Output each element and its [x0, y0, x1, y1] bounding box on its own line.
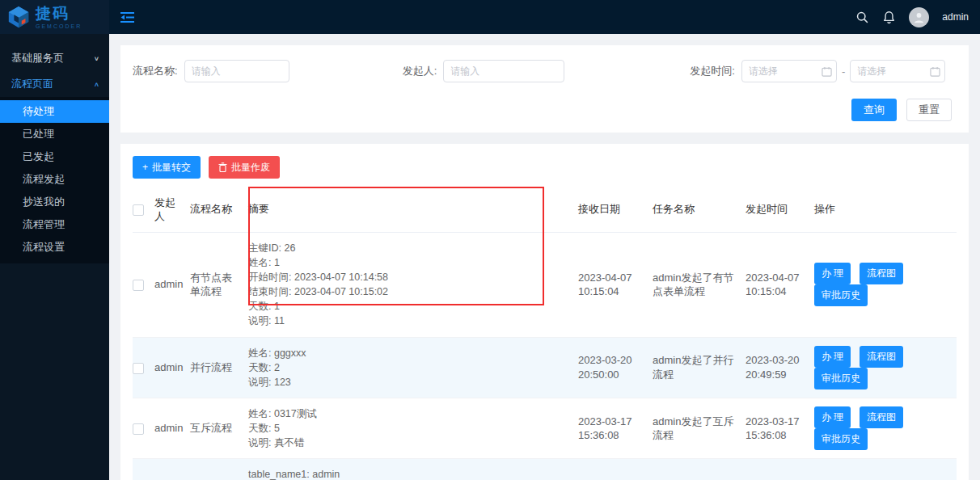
search-icon[interactable]: [855, 11, 869, 24]
row-checkbox[interactable]: [133, 280, 144, 291]
start-time-label: 发起时间:: [690, 64, 735, 78]
sidebar-item-label: 流程设置: [23, 240, 65, 255]
header-task-name: 任务名称: [653, 188, 746, 232]
cell-task-name: admin发起了并行流程: [653, 337, 746, 398]
sidebar-item-label: 已发起: [23, 149, 54, 164]
process-table-panel: + 批量转交 批量作废 发起人: [120, 144, 969, 480]
flow-chart-button[interactable]: 流程图: [860, 346, 903, 368]
select-all-checkbox[interactable]: [133, 204, 144, 216]
brand-subname: GEMCODER: [36, 23, 82, 29]
cell-start-time: 2023-03-17 15:36:08: [746, 398, 814, 458]
date-range-separator: -: [842, 65, 845, 78]
cell-process-name: 有节点表单流程: [190, 232, 248, 337]
cell-summary: 主键ID: 26 姓名: 1 开始时间: 2023-04-07 10:14:58…: [248, 232, 578, 337]
process-name-label: 流程名称:: [133, 64, 178, 78]
cell-initiator: admin: [154, 398, 190, 458]
batch-transfer-button[interactable]: + 批量转交: [133, 156, 201, 179]
search-button[interactable]: 查询: [851, 99, 897, 121]
cell-summary: 姓名: gggxxx 天数: 2 说明: 123: [248, 337, 578, 398]
sidebar-item-process-management[interactable]: 流程管理: [0, 213, 109, 236]
sidebar-item-label: 流程发起: [23, 172, 65, 187]
cell-receive-date: 2023-04-07 10:15:04: [578, 232, 653, 337]
cell-task-name: admin发起了互斥流程: [653, 398, 746, 458]
sidebar-item-cc-to-me[interactable]: 抄送我的: [0, 191, 109, 213]
cell-summary: table_name1: admin table_name2: 系统 table…: [248, 459, 578, 480]
initiator-input[interactable]: [443, 60, 564, 82]
cell-initiator: admin: [154, 232, 190, 337]
cell-receive-date: 2023-03-16 10:11:57: [578, 459, 653, 480]
brand-name: 捷码: [36, 6, 82, 21]
batch-transfer-label: 批量转交: [152, 161, 191, 175]
sidebar-item-processed[interactable]: 已处理: [0, 123, 109, 145]
header-process-name: 流程名称: [190, 188, 248, 232]
sidebar-group-process-pages[interactable]: 流程页面 ∧: [0, 71, 109, 97]
table-row: admin 并行流程 姓名: gggxxx 天数: 2 说明: 123 2023…: [133, 337, 957, 398]
row-checkbox[interactable]: [133, 423, 144, 435]
flow-chart-button[interactable]: 流程图: [860, 406, 903, 428]
sidebar-submenu: 待处理 已处理 已发起 流程发起 抄送我的 流程管理 流程设置: [0, 97, 109, 263]
sidebar-item-label: 流程管理: [23, 217, 65, 232]
brand-cube-icon: [6, 5, 31, 29]
batch-discard-button[interactable]: 批量作废: [209, 156, 280, 179]
notification-bell-icon[interactable]: [882, 11, 896, 24]
user-avatar[interactable]: [909, 7, 929, 27]
brand-logo: 捷码 GEMCODER: [0, 0, 109, 34]
main-content: 流程名称: 发起人: 发起时间: -: [109, 34, 980, 480]
collapse-menu-icon: [120, 11, 134, 23]
start-date-input[interactable]: [741, 60, 837, 82]
username-label: admin: [942, 11, 969, 23]
table-row: admin 有节点表单流程 主键ID: 26 姓名: 1 开始时间: 2023-…: [133, 232, 957, 337]
cell-task-name: admin发起了有节点表单流程: [653, 232, 746, 337]
header-summary: 摘要: [248, 188, 578, 232]
cell-initiator: admin: [154, 459, 190, 480]
header-initiator: 发起人: [154, 188, 190, 232]
approval-history-button[interactable]: 审批历史: [814, 284, 868, 306]
row-checkbox[interactable]: [133, 363, 144, 374]
handle-button[interactable]: 办 理: [814, 263, 851, 284]
cell-process-name: 互斥流程: [190, 398, 248, 458]
table-row: admin pgsql流程 table_name1: admin table_n…: [133, 459, 957, 480]
table-row: admin 互斥流程 姓名: 0317测试 天数: 5 说明: 真不错 2023…: [133, 398, 957, 458]
cell-receive-date: 2023-03-17 15:36:08: [578, 398, 653, 458]
process-table: 发起人 流程名称 摘要 接收日期 任务名称 发起时间 操作 admin 有节点表…: [133, 188, 957, 480]
header-start-time: 发起时间: [746, 188, 814, 232]
cell-start-time: 2023-04-07 10:15:04: [746, 232, 814, 337]
sidebar-group-label: 基础服务页: [11, 51, 64, 65]
cell-process-name: 并行流程: [190, 337, 248, 398]
header-receive-date: 接收日期: [578, 188, 653, 232]
sidebar-item-label: 抄送我的: [23, 195, 65, 209]
filter-panel: 流程名称: 发起人: 发起时间: -: [120, 45, 969, 133]
sidebar-item-process-settings[interactable]: 流程设置: [0, 236, 109, 259]
sidebar-group-base-services[interactable]: 基础服务页 ∨: [0, 45, 109, 71]
sidebar-item-pending[interactable]: 待处理: [0, 100, 109, 123]
cell-receive-date: 2023-03-20 20:50:00: [578, 337, 653, 398]
initiator-label: 发起人:: [403, 64, 437, 78]
reset-button[interactable]: 重置: [906, 99, 952, 121]
cell-summary: 姓名: 0317测试 天数: 5 说明: 真不错: [248, 398, 578, 458]
process-name-input[interactable]: [184, 60, 289, 82]
chevron-up-icon: ∧: [94, 81, 99, 88]
sidebar-collapse-button[interactable]: [120, 11, 134, 23]
sidebar-item-start-process[interactable]: 流程发起: [0, 168, 109, 191]
handle-button[interactable]: 办 理: [814, 406, 851, 428]
batch-discard-label: 批量作废: [231, 161, 270, 175]
sidebar-item-label: 待处理: [23, 104, 54, 119]
cell-start-time: 2023-03-20 20:49:59: [746, 337, 814, 398]
trash-icon: [218, 162, 227, 172]
cell-initiator: admin: [154, 337, 190, 398]
user-icon: [912, 11, 926, 24]
sidebar-item-label: 已处理: [23, 127, 54, 141]
cell-task-name: admin发起了pgsql流程: [653, 459, 746, 480]
handle-button[interactable]: 办 理: [814, 346, 851, 368]
approval-history-button[interactable]: 审批历史: [814, 428, 868, 450]
sidebar-group-label: 流程页面: [11, 77, 53, 91]
sidebar: 基础服务页 ∨ 流程页面 ∧ 待处理 已处理 已发起 流程发起 抄送我的 流程管…: [0, 34, 109, 480]
sidebar-item-initiated[interactable]: 已发起: [0, 145, 109, 168]
table-header-row: 发起人 流程名称 摘要 接收日期 任务名称 发起时间 操作: [133, 188, 957, 232]
header-actions: 操作: [814, 188, 957, 232]
plus-icon: +: [142, 162, 148, 173]
cell-process-name: pgsql流程: [190, 459, 248, 480]
end-date-input[interactable]: [850, 60, 945, 82]
flow-chart-button[interactable]: 流程图: [860, 263, 903, 284]
approval-history-button[interactable]: 审批历史: [814, 368, 868, 389]
